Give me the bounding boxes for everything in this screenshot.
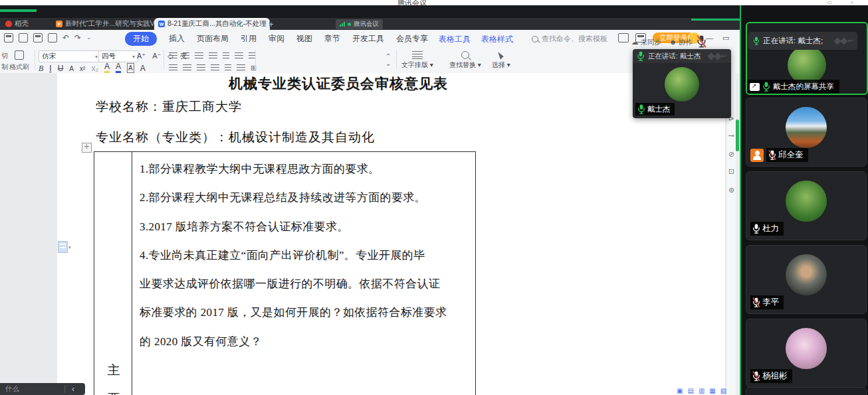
- adjust-slider-icon[interactable]: ⊸: [728, 131, 734, 140]
- margin-caret-icon[interactable]: ▾: [68, 245, 71, 250]
- share-border-left: [740, 5, 741, 395]
- font-format-button[interactable]: A: [69, 64, 74, 73]
- overlay-video[interactable]: 戴士杰: [633, 63, 731, 118]
- tab-ppt[interactable]: P 新时代“工学并...研究与实践V4: [52, 18, 160, 30]
- font-format-button[interactable]: A: [127, 63, 134, 73]
- participant-tile[interactable]: 杨祖彬: [746, 319, 867, 388]
- assistant-icon[interactable]: ⊛: [728, 186, 734, 195]
- meeting-top-bar: [0, 5, 868, 18]
- search-hint: 查找命令、搜索模板: [542, 34, 607, 44]
- undo-icon[interactable]: ↶: [62, 34, 69, 42]
- redo-icon[interactable]: ↷: [74, 34, 81, 42]
- ribbon-tab[interactable]: 页面布局: [197, 33, 229, 44]
- text-layout-button[interactable]: 文字排版 ▾: [401, 51, 433, 70]
- next-participant-tile[interactable]: [746, 387, 867, 395]
- collaborate-button[interactable]: ☻ 协作: [669, 38, 693, 47]
- scrollbar-thumb[interactable]: [736, 119, 739, 151]
- print-preview-icon[interactable]: [48, 33, 57, 42]
- font-format-button[interactable]: x²: [80, 64, 85, 73]
- paragraph-tools-top: [169, 52, 255, 59]
- ribbon-tab[interactable]: 插入: [169, 33, 185, 44]
- speaker-overlay-window[interactable]: 正在讲话: 戴士杰 ↩ 戴士杰: [633, 49, 731, 118]
- restore-icon[interactable]: ▭: [722, 34, 729, 42]
- ribbon-tab[interactable]: 审阅: [269, 33, 284, 44]
- font-format-button[interactable]: A: [104, 62, 110, 73]
- participant-tile[interactable]: 杜力: [746, 171, 867, 240]
- save-icon[interactable]: [4, 33, 13, 42]
- export-icon[interactable]: [19, 33, 28, 42]
- ribbon-tabs: 开始插入页面布局引用审阅视图章节开发工具会员专享: [125, 32, 428, 46]
- print-icon[interactable]: [33, 33, 43, 42]
- issues-table[interactable]: 主要问题 1.部分课程教学大纲中无课程思政方面的要求。2.部分课程大纲中无课程总…: [94, 151, 476, 395]
- select-button[interactable]: 选择 ▾: [492, 51, 510, 70]
- margin-comment-icon[interactable]: [58, 241, 68, 253]
- meeting-badge-label: 腾讯会议: [354, 20, 379, 29]
- indent-increase-icon[interactable]: [209, 52, 217, 59]
- ribbon-tab[interactable]: 开始: [125, 32, 157, 46]
- ribbon-tab[interactable]: 章节: [324, 33, 340, 44]
- ribbon-tab[interactable]: 视图: [296, 33, 312, 44]
- docer-icon: [5, 21, 12, 27]
- copy-label[interactable]: 制: [1, 62, 8, 72]
- participant-label: 李平: [750, 295, 784, 309]
- sort-icon[interactable]: [235, 52, 243, 59]
- overlay-header[interactable]: 正在讲话: 戴士杰 ↩: [633, 49, 731, 63]
- font-format-button[interactable]: B: [39, 64, 43, 73]
- window-controls[interactable]: ▭ ＋: [827, 0, 863, 5]
- format-painter-icon[interactable]: [15, 50, 24, 60]
- mic-icon: [752, 224, 760, 234]
- help-icon[interactable]: ⊘: [728, 150, 734, 159]
- wrap-icon[interactable]: [249, 52, 255, 59]
- paragraph-mark-icon[interactable]: [223, 52, 229, 59]
- muted-mic-indicator-icon[interactable]: [697, 35, 706, 48]
- align-left-icon[interactable]: [169, 64, 177, 71]
- command-search[interactable]: 查找命令、搜索模板: [532, 34, 607, 44]
- taskbar-fragment[interactable]: 什么 ‹: [0, 383, 85, 395]
- notes-panel-icon[interactable]: ⊡: [728, 167, 734, 176]
- font-format-button[interactable]: x₂: [91, 64, 98, 73]
- font-effect-button[interactable]: A⁻: [152, 52, 161, 60]
- ribbon-tab[interactable]: 开发工具: [352, 33, 384, 44]
- font-effect-button[interactable]: A⁺: [137, 52, 146, 60]
- font-format-button[interactable]: A: [140, 64, 146, 73]
- layout-switch-icon[interactable]: [618, 33, 629, 42]
- ribbon-tab[interactable]: 引用: [241, 33, 257, 44]
- font-name-select[interactable]: 仿宋▾: [39, 50, 101, 62]
- minimize-icon[interactable]: —: [706, 34, 713, 42]
- line-spacing-icon[interactable]: [237, 64, 245, 71]
- participant-tile[interactable]: 李平: [746, 245, 867, 314]
- document-area: 机械专业类认证委员会审核意见表 学校名称：重庆工商大学 专业名称（专业类）：机械…: [0, 73, 741, 395]
- find-replace-button[interactable]: 查找替换 ▾: [449, 51, 481, 70]
- align-center-icon[interactable]: [183, 64, 191, 71]
- font-format-button[interactable]: I: [49, 64, 51, 73]
- ribbon-tab[interactable]: 会员专享: [396, 33, 428, 44]
- tab-doc-active[interactable]: W 8-21重庆工商...其自动化-不处理 ×: [154, 18, 270, 30]
- table-move-handle[interactable]: ✛: [82, 143, 92, 153]
- speaking-mic-icon: [753, 37, 760, 45]
- font-format-button[interactable]: A: [116, 62, 121, 73]
- taskbar-chevron-icon[interactable]: ‹: [72, 384, 85, 394]
- cut-label[interactable]: 切: [1, 51, 8, 60]
- distribute-icon[interactable]: [225, 64, 231, 71]
- tab-docer[interactable]: 稻壳: [1, 18, 57, 30]
- participant-avatar: [786, 107, 827, 148]
- toolbar-more-icon[interactable]: ⌄: [86, 34, 91, 42]
- bullet-list-icon[interactable]: [169, 52, 177, 59]
- number-list-icon[interactable]: [183, 52, 189, 59]
- meeting-status-badge[interactable]: 腾讯会议: [336, 19, 383, 29]
- context-tab[interactable]: 表格工具: [439, 34, 471, 45]
- align-right-icon[interactable]: [197, 64, 205, 71]
- justify-icon[interactable]: [211, 64, 219, 71]
- new-tab-button[interactable]: +: [265, 18, 278, 30]
- statusbar-view-icons[interactable]: ▣▤ ▥▦ ▧: [677, 387, 726, 394]
- indent-decrease-icon[interactable]: [195, 52, 203, 59]
- font-format-button[interactable]: U: [58, 64, 64, 73]
- format-painter-label[interactable]: 格式刷: [9, 62, 29, 72]
- font-size-select[interactable]: 四号▾: [98, 50, 138, 62]
- paragraph-tools-bottom: ⊞: [169, 64, 257, 72]
- participant-list: 邱全奎 杜力: [746, 98, 865, 388]
- style-scroll-icons[interactable]: ⌃⌄: [385, 52, 391, 67]
- sync-status[interactable]: ☁ 未同步: [631, 38, 661, 47]
- context-tab[interactable]: 表格样式: [481, 34, 513, 45]
- participant-tile[interactable]: 邱全奎: [746, 98, 867, 167]
